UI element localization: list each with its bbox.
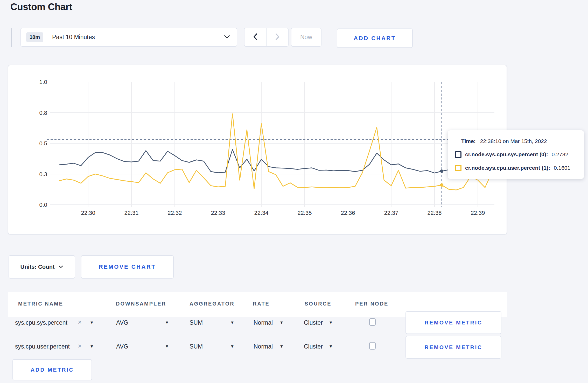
column-header-rate: RATE xyxy=(253,301,270,307)
prev-time-button[interactable] xyxy=(244,28,267,46)
time-pager xyxy=(244,28,289,47)
time-scale-label: Past 10 Minutes xyxy=(52,34,95,41)
metric-name-caret-icon[interactable]: ▼ xyxy=(90,320,94,325)
units-label: Units: Count xyxy=(20,264,55,270)
tooltip-series-label: cr.node.sys.cpu.sys.percent (0): xyxy=(465,151,548,158)
chevron-left-icon xyxy=(253,33,258,41)
svg-text:0.0: 0.0 xyxy=(39,202,47,208)
svg-text:22:32: 22:32 xyxy=(167,210,182,216)
tooltip-series-row: cr.node.sys.cpu.sys.percent (0): 0.2732 xyxy=(455,151,584,158)
downsampler-select[interactable]: AVG xyxy=(116,319,128,326)
tooltip-time-row: Time: 22:38:10 on Mar 15th, 2022 xyxy=(455,138,584,144)
toolbar-divider xyxy=(11,28,12,47)
remove-metric-button[interactable]: REMOVE METRIC xyxy=(405,311,501,334)
tooltip-time-value: 22:38:10 on Mar 15th, 2022 xyxy=(480,138,547,144)
aggregator-caret-icon[interactable]: ▼ xyxy=(230,344,234,349)
svg-text:22:31: 22:31 xyxy=(124,210,138,216)
custom-chart-page: Custom Chart 10m Past 10 Minutes Now ADD… xyxy=(0,0,588,383)
aggregator-caret-icon[interactable]: ▼ xyxy=(230,320,234,325)
chevron-down-icon xyxy=(59,265,63,269)
svg-text:1.0: 1.0 xyxy=(39,79,47,85)
remove-chart-button[interactable]: REMOVE CHART xyxy=(81,255,174,279)
metric-name-select[interactable]: sys.cpu.sys.percent xyxy=(15,319,67,326)
column-header-per-node: PER NODE xyxy=(355,301,388,307)
remove-metric-button[interactable]: REMOVE METRIC xyxy=(405,336,501,359)
svg-text:22:33: 22:33 xyxy=(211,210,225,216)
svg-text:22:34: 22:34 xyxy=(254,210,268,216)
column-header-downsampler: DOWNSAMPLER xyxy=(116,301,166,307)
metric-name-select[interactable]: sys.cpu.user.percent xyxy=(15,343,70,350)
rate-select[interactable]: Normal xyxy=(254,343,273,350)
units-dropdown[interactable]: Units: Count xyxy=(9,255,75,279)
column-header-aggregator: AGGREGATOR xyxy=(190,301,235,307)
svg-text:0.5: 0.5 xyxy=(39,140,47,147)
tooltip-time-label: Time: xyxy=(461,138,476,144)
source-caret-icon[interactable]: ▼ xyxy=(329,320,333,325)
chart-card[interactable]: 0.00.30.50.81.022:3022:3122:3222:3322:34… xyxy=(8,65,507,235)
time-scale-dropdown[interactable]: 10m Past 10 Minutes xyxy=(20,28,237,47)
downsampler-caret-icon[interactable]: ▼ xyxy=(165,320,169,325)
per-node-checkbox[interactable] xyxy=(369,342,376,350)
line-chart[interactable]: 0.00.30.50.81.022:3022:3122:3222:3322:34… xyxy=(8,65,507,234)
per-node-checkbox[interactable] xyxy=(369,318,376,326)
column-header-source: SOURCE xyxy=(305,301,332,307)
svg-text:22:39: 22:39 xyxy=(471,210,485,216)
add-chart-button[interactable]: ADD CHART xyxy=(337,29,413,48)
tooltip-series-value: 0.2732 xyxy=(552,151,568,158)
svg-text:0.3: 0.3 xyxy=(39,171,47,178)
rate-caret-icon[interactable]: ▼ xyxy=(279,344,284,349)
svg-text:22:37: 22:37 xyxy=(384,210,398,216)
chart-tooltip: Time: 22:38:10 on Mar 15th, 2022 cr.node… xyxy=(448,130,584,179)
column-header-metric-name: METRIC NAME xyxy=(18,301,63,307)
tooltip-series-row: cr.node.sys.cpu.user.percent (1): 0.1601 xyxy=(455,165,584,171)
add-metric-button[interactable]: ADD METRIC xyxy=(12,359,92,380)
next-time-button[interactable] xyxy=(267,28,288,46)
svg-text:22:38: 22:38 xyxy=(427,210,442,216)
page-title: Custom Chart xyxy=(10,2,72,12)
tooltip-series-label: cr.node.sys.cpu.user.percent (1): xyxy=(465,165,550,171)
chevron-right-icon xyxy=(275,33,280,41)
clear-metric-icon[interactable]: × xyxy=(78,343,82,349)
svg-text:22:30: 22:30 xyxy=(81,210,95,216)
chevron-down-icon xyxy=(224,35,230,40)
svg-text:0.8: 0.8 xyxy=(39,110,47,116)
tooltip-series-value: 0.1601 xyxy=(554,165,570,171)
source-select[interactable]: Cluster xyxy=(304,343,323,350)
metric-name-caret-icon[interactable]: ▼ xyxy=(90,344,94,349)
aggregator-select[interactable]: SUM xyxy=(190,319,203,326)
rate-select[interactable]: Normal xyxy=(254,319,273,326)
aggregator-select[interactable]: SUM xyxy=(190,343,203,350)
sys-series-swatch-icon xyxy=(455,151,461,158)
now-button[interactable]: Now xyxy=(291,28,321,47)
source-select[interactable]: Cluster xyxy=(304,319,323,326)
time-scale-badge: 10m xyxy=(26,32,43,42)
clear-metric-icon[interactable]: × xyxy=(78,319,82,325)
svg-text:22:35: 22:35 xyxy=(297,210,312,216)
svg-text:22:36: 22:36 xyxy=(341,210,355,216)
rate-caret-icon[interactable]: ▼ xyxy=(279,320,284,325)
source-caret-icon[interactable]: ▼ xyxy=(329,344,333,349)
user-series-swatch-icon xyxy=(455,165,461,171)
downsampler-select[interactable]: AVG xyxy=(116,343,128,350)
downsampler-caret-icon[interactable]: ▼ xyxy=(165,344,169,349)
